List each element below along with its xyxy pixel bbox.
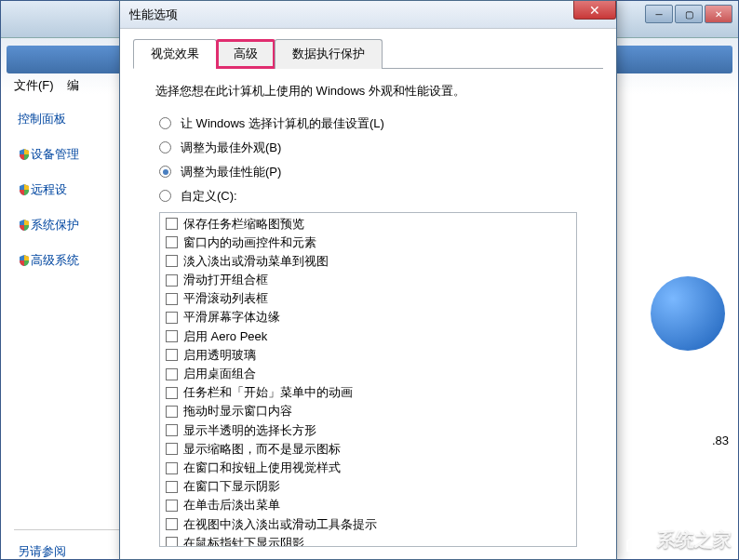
check-item-label: 启用桌面组合	[183, 366, 256, 382]
radio-custom[interactable]: 自定义(C):	[159, 188, 603, 205]
radio-best-performance[interactable]: 调整为最佳性能(P)	[159, 164, 603, 180]
radio-button-icon	[159, 117, 171, 129]
checkbox-icon[interactable]	[166, 406, 178, 418]
performance-options-dialog: 性能选项 ✕ 视觉效果 高级 数据执行保护 选择您想在此计算机上使用的 Wind…	[119, 0, 617, 560]
check-item-label: 在单击后淡出菜单	[183, 497, 280, 513]
checkbox-icon[interactable]	[166, 537, 178, 546]
radio-let-windows-choose[interactable]: 让 Windows 选择计算机的最佳设置(L)	[159, 115, 603, 132]
radio-group: 让 Windows 选择计算机的最佳设置(L) 调整为最佳外观(B) 调整为最佳…	[159, 115, 603, 205]
check-item-label: 任务栏和「开始」菜单中的动画	[183, 384, 353, 401]
check-item[interactable]: 在单击后淡出菜单	[162, 496, 574, 514]
sidebar-item-remote[interactable]: 远程设	[14, 172, 126, 207]
check-item[interactable]: 在窗口下显示阴影	[162, 477, 574, 496]
menu-file[interactable]: 文件(F)	[14, 78, 54, 92]
checkbox-icon[interactable]	[166, 443, 178, 455]
check-item[interactable]: 拖动时显示窗口内容	[162, 402, 574, 420]
bg-menubar: 文件(F) 编	[14, 77, 79, 94]
svg-rect-0	[634, 543, 641, 551]
check-item-label: 在视图中淡入淡出或滑动工具条提示	[183, 516, 377, 533]
check-item-label: 显示缩略图，而不是显示图标	[183, 441, 341, 458]
check-item-label: 显示半透明的选择长方形	[183, 422, 316, 439]
check-item[interactable]: 在鼠标指针下显示阴影	[162, 534, 574, 547]
shield-icon	[18, 254, 31, 267]
checkbox-icon[interactable]	[166, 387, 178, 399]
version-badge: .83	[712, 433, 729, 447]
checkbox-icon[interactable]	[166, 255, 178, 267]
checkbox-icon[interactable]	[166, 481, 178, 493]
check-item[interactable]: 显示缩略图，而不是显示图标	[162, 440, 574, 459]
check-item[interactable]: 保存任务栏缩略图预览	[162, 215, 574, 233]
check-item-label: 启用 Aero Peek	[183, 328, 267, 345]
check-item-label: 窗口内的动画控件和元素	[183, 234, 316, 251]
radio-button-icon	[159, 141, 171, 153]
sidebar-separator: 另请参阅 操作中心 Window 性能信息	[14, 529, 126, 560]
sidebar: 控制面板 设备管理 远程设 系统保护 高级系统 另请参阅 操作中心 Window…	[14, 101, 126, 560]
tab-advanced[interactable]: 高级	[216, 39, 275, 69]
menu-edit-partial[interactable]: 编	[67, 78, 79, 92]
dialog-titlebar[interactable]: 性能选项 ✕	[120, 1, 616, 29]
dialog-body: 视觉效果 高级 数据执行保护 选择您想在此计算机上使用的 Windows 外观和…	[120, 29, 616, 556]
windows-orb-graphic	[651, 276, 725, 351]
check-item[interactable]: 窗口内的动画控件和元素	[162, 233, 574, 252]
check-item-label: 拖动时显示窗口内容	[183, 403, 292, 420]
checkbox-icon[interactable]	[166, 462, 178, 474]
checkbox-icon[interactable]	[166, 349, 178, 361]
bg-maximize-button[interactable]: ▢	[675, 5, 703, 23]
check-item[interactable]: 淡入淡出或滑动菜单到视图	[162, 252, 574, 271]
sidebar-header[interactable]: 控制面板	[14, 101, 126, 137]
sidebar-item-protection[interactable]: 系统保护	[14, 207, 126, 243]
sidebar-item-device[interactable]: 设备管理	[14, 137, 126, 172]
check-item[interactable]: 在窗口和按钮上使用视觉样式	[162, 459, 574, 477]
check-item[interactable]: 启用桌面组合	[162, 365, 574, 383]
radio-best-appearance[interactable]: 调整为最佳外观(B)	[159, 140, 603, 156]
check-item[interactable]: 任务栏和「开始」菜单中的动画	[162, 383, 574, 402]
checkbox-icon[interactable]	[166, 424, 178, 436]
tabs: 视觉效果 高级 数据执行保护	[133, 38, 603, 69]
dialog-close-button[interactable]: ✕	[573, 1, 616, 20]
see-also-label: 另请参阅	[14, 538, 126, 560]
checkbox-icon[interactable]	[166, 236, 178, 248]
tab-dep[interactable]: 数据执行保护	[275, 39, 383, 69]
check-item-label: 在鼠标指针下显示阴影	[183, 535, 304, 547]
checkbox-icon[interactable]	[166, 368, 178, 380]
checkbox-icon[interactable]	[166, 518, 178, 530]
checkbox-icon[interactable]	[166, 274, 178, 287]
checkbox-icon[interactable]	[166, 500, 178, 512]
shield-icon	[18, 148, 31, 161]
check-item-label: 平滑屏幕字体边缘	[183, 309, 280, 326]
check-item[interactable]: 启用 Aero Peek	[162, 327, 574, 346]
checkbox-icon[interactable]	[166, 312, 178, 324]
radio-button-icon	[159, 190, 171, 202]
dialog-title: 性能选项	[129, 7, 178, 23]
check-item-label: 平滑滚动列表框	[183, 290, 268, 307]
checkbox-icon[interactable]	[166, 218, 178, 230]
check-item-label: 启用透明玻璃	[183, 347, 256, 364]
tab-visual-effects[interactable]: 视觉效果	[133, 39, 217, 69]
check-item-label: 淡入淡出或滑动菜单到视图	[183, 253, 329, 270]
shield-icon	[18, 219, 31, 232]
watermark: 系统之家	[624, 527, 732, 553]
sidebar-item-advanced[interactable]: 高级系统	[14, 243, 126, 278]
bg-close-button[interactable]: ✕	[705, 5, 732, 23]
tab-description: 选择您想在此计算机上使用的 Windows 外观和性能设置。	[155, 82, 599, 100]
check-item-label: 保存任务栏缩略图预览	[183, 216, 304, 233]
check-item[interactable]: 在视图中淡入淡出或滑动工具条提示	[162, 515, 574, 534]
checkbox-icon[interactable]	[166, 293, 178, 305]
visual-effects-checklist[interactable]: 保存任务栏缩略图预览窗口内的动画控件和元素淡入淡出或滑动菜单到视图滑动打开组合框…	[159, 212, 577, 547]
check-item-label: 在窗口下显示阴影	[183, 478, 280, 495]
check-item[interactable]: 滑动打开组合框	[162, 271, 574, 289]
check-item-label: 在窗口和按钮上使用视觉样式	[183, 460, 341, 476]
check-item-label: 滑动打开组合框	[183, 272, 268, 288]
check-item[interactable]: 平滑滚动列表框	[162, 289, 574, 308]
watermark-house-icon	[624, 528, 652, 553]
radio-button-icon	[159, 166, 171, 178]
check-item[interactable]: 平滑屏幕字体边缘	[162, 308, 574, 327]
watermark-text: 系统之家	[657, 527, 732, 553]
bg-window-controls: ─ ▢ ✕	[643, 5, 732, 23]
shield-icon	[18, 183, 31, 196]
check-item[interactable]: 启用透明玻璃	[162, 346, 574, 365]
check-item[interactable]: 显示半透明的选择长方形	[162, 421, 574, 440]
checkbox-icon[interactable]	[166, 330, 178, 342]
bg-minimize-button[interactable]: ─	[645, 5, 673, 23]
